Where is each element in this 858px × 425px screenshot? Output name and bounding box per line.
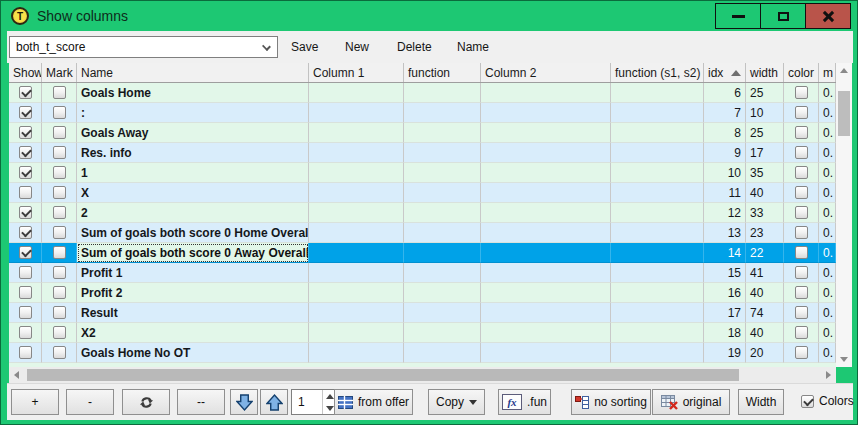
table-row[interactable]: Sum of goals both score 0 Home Overall13… xyxy=(9,223,836,243)
scroll-down-icon[interactable] xyxy=(840,357,848,362)
mark-checkbox[interactable] xyxy=(53,166,66,179)
mark-checkbox[interactable] xyxy=(53,106,66,119)
horizontal-scrollbar-thumb[interactable] xyxy=(27,369,739,381)
show-checkbox[interactable] xyxy=(19,186,32,199)
color-checkbox[interactable] xyxy=(795,166,808,179)
name-cell[interactable]: Sum of goals both score 0 Home Overall xyxy=(77,223,309,243)
show-checkbox[interactable] xyxy=(19,246,32,259)
from-offer-button[interactable]: from offer xyxy=(334,389,413,415)
width-button[interactable]: Width xyxy=(738,389,784,415)
scroll-left-icon[interactable] xyxy=(14,371,19,379)
menu-save[interactable]: Save xyxy=(291,31,318,63)
refresh-button[interactable] xyxy=(122,389,170,415)
mark-checkbox[interactable] xyxy=(53,86,66,99)
show-checkbox[interactable] xyxy=(19,226,32,239)
name-cell[interactable]: Goals Away xyxy=(77,123,309,143)
table-row[interactable]: Result17740. xyxy=(9,303,836,323)
name-cell[interactable]: Sum of goals both score 0 Away Overall xyxy=(77,243,309,263)
header-cell-width[interactable]: width xyxy=(746,63,784,82)
show-checkbox[interactable] xyxy=(19,106,32,119)
header-cell-show[interactable]: Show xyxy=(9,63,42,82)
color-checkbox[interactable] xyxy=(795,126,808,139)
color-checkbox[interactable] xyxy=(795,106,808,119)
show-checkbox[interactable] xyxy=(19,126,32,139)
vertical-scrollbar[interactable] xyxy=(836,63,852,367)
table-row[interactable]: Goals Home No OT19200. xyxy=(9,343,836,363)
header-cell-name[interactable]: Name xyxy=(77,63,309,82)
table-row[interactable]: 212330. xyxy=(9,203,836,223)
name-cell[interactable]: X xyxy=(77,183,309,203)
mark-checkbox[interactable] xyxy=(53,246,66,259)
mark-checkbox[interactable] xyxy=(53,266,66,279)
titlebar[interactable]: T Show columns xyxy=(1,1,857,31)
move-down-button[interactable] xyxy=(230,389,258,415)
step-spinner[interactable]: 1 xyxy=(291,389,338,415)
mark-checkbox[interactable] xyxy=(53,206,66,219)
table-row[interactable]: Profit 115410. xyxy=(9,263,836,283)
mark-checkbox[interactable] xyxy=(53,186,66,199)
name-cell[interactable]: 2 xyxy=(77,203,309,223)
color-checkbox[interactable] xyxy=(795,306,808,319)
table-row[interactable]: Profit 216400. xyxy=(9,283,836,303)
header-cell-color[interactable]: color xyxy=(784,63,819,82)
show-checkbox[interactable] xyxy=(19,166,32,179)
table-row[interactable]: X218400. xyxy=(9,323,836,343)
table-row[interactable]: :7100. xyxy=(9,103,836,123)
mark-checkbox[interactable] xyxy=(53,346,66,359)
header-cell-mark[interactable]: Mark xyxy=(42,63,77,82)
name-cell[interactable]: Profit 1 xyxy=(77,263,309,283)
table-row[interactable]: Res. info9170. xyxy=(9,143,836,163)
color-checkbox[interactable] xyxy=(795,346,808,359)
mark-checkbox[interactable] xyxy=(53,126,66,139)
show-checkbox[interactable] xyxy=(19,306,32,319)
color-checkbox[interactable] xyxy=(795,226,808,239)
show-checkbox[interactable] xyxy=(19,266,32,279)
color-checkbox[interactable] xyxy=(795,286,808,299)
minimize-button[interactable] xyxy=(715,3,761,29)
move-up-button[interactable] xyxy=(260,389,288,415)
table-row[interactable]: Sum of goals both score 0 Away Overall14… xyxy=(9,243,836,263)
show-checkbox[interactable] xyxy=(19,86,32,99)
show-checkbox[interactable] xyxy=(19,286,32,299)
color-checkbox[interactable] xyxy=(795,206,808,219)
show-checkbox[interactable] xyxy=(19,206,32,219)
menu-name[interactable]: Name xyxy=(457,31,489,63)
header-cell-idx[interactable]: idx xyxy=(704,63,746,82)
mark-checkbox[interactable] xyxy=(53,286,66,299)
name-cell[interactable]: Result xyxy=(77,303,309,323)
name-cell[interactable]: Profit 2 xyxy=(77,283,309,303)
mark-checkbox[interactable] xyxy=(53,326,66,339)
table-row[interactable]: X11400. xyxy=(9,183,836,203)
vertical-scrollbar-thumb[interactable] xyxy=(838,91,850,136)
name-cell[interactable]: Goals Home xyxy=(77,83,309,103)
name-cell[interactable]: Goals Home No OT xyxy=(77,343,309,363)
scroll-up-icon[interactable] xyxy=(840,68,848,73)
show-checkbox[interactable] xyxy=(19,326,32,339)
fun-button[interactable]: fx .fun xyxy=(498,389,551,415)
no-sorting-button[interactable]: no sorting xyxy=(571,389,651,415)
name-cell[interactable]: 1 xyxy=(77,163,309,183)
maximize-button[interactable] xyxy=(760,3,806,29)
colors-checkbox[interactable] xyxy=(801,395,814,408)
header-cell-function[interactable]: function xyxy=(404,63,481,82)
color-checkbox[interactable] xyxy=(795,86,808,99)
name-cell[interactable]: Res. info xyxy=(77,143,309,163)
name-cell[interactable]: : xyxy=(77,103,309,123)
table-row[interactable]: Goals Home6250. xyxy=(9,83,836,103)
menu-new[interactable]: New xyxy=(345,31,369,63)
menu-delete[interactable]: Delete xyxy=(397,31,432,63)
color-checkbox[interactable] xyxy=(795,146,808,159)
color-checkbox[interactable] xyxy=(795,266,808,279)
scroll-right-icon[interactable] xyxy=(826,371,831,379)
table-row[interactable]: Goals Away8250. xyxy=(9,123,836,143)
color-checkbox[interactable] xyxy=(795,186,808,199)
header-cell-column-2[interactable]: Column 2 xyxy=(481,63,611,82)
profile-combobox[interactable]: both_t_score xyxy=(9,36,278,58)
show-checkbox[interactable] xyxy=(19,146,32,159)
copy-button[interactable]: Copy xyxy=(428,389,485,415)
header-cell-m[interactable]: m xyxy=(819,63,836,82)
mark-checkbox[interactable] xyxy=(53,226,66,239)
table-row[interactable]: 110350. xyxy=(9,163,836,183)
colors-toggle[interactable]: Colors xyxy=(801,394,854,408)
add-button[interactable]: + xyxy=(11,389,59,415)
